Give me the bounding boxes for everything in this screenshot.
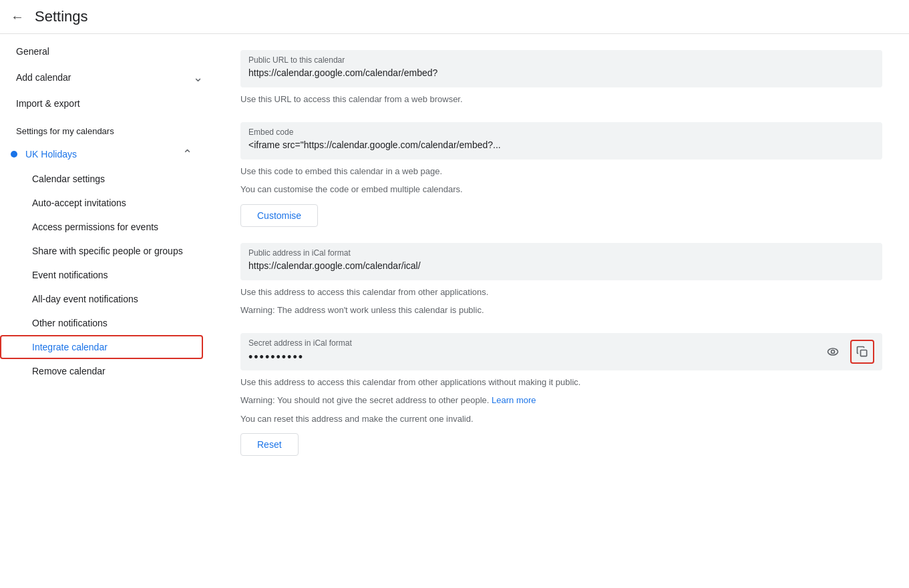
secret-ical-icons (821, 340, 874, 364)
embed-helper2: You can customise the code or embed mult… (240, 183, 882, 196)
ical-warning: Warning: The address won't work unless t… (240, 304, 882, 317)
embed-code-box: Embed code <iframe src="https://calendar… (240, 122, 882, 160)
learn-more-link[interactable]: Learn more (492, 395, 536, 405)
public-url-value: https://calendar.google.com/calendar/emb… (248, 67, 874, 78)
secret-ical-dots: •••••••••• (248, 350, 821, 364)
embed-code-value: <iframe src="https://calendar.google.com… (248, 139, 874, 150)
chevron-up-icon: ⌃ (182, 147, 192, 162)
secret-helper2: You can reset this address and make the … (240, 412, 882, 426)
sidebar-sub-item-event-notifications[interactable]: Event notifications (0, 263, 203, 287)
svg-point-1 (832, 350, 835, 353)
show-secret-button[interactable] (821, 340, 845, 364)
public-url-box: Public URL to this calendar https://cale… (240, 50, 882, 87)
svg-rect-2 (861, 350, 867, 356)
sidebar-item-add-calendar[interactable]: Add calendar ⌄ (0, 63, 214, 91)
sidebar: General Add calendar ⌄ Import & export S… (0, 34, 214, 588)
sidebar-sub-item-integrate-calendar[interactable]: Integrate calendar (0, 335, 203, 359)
sidebar-calendar-uk-holidays[interactable]: UK Holidays ⌃ (0, 141, 203, 167)
reset-button[interactable]: Reset (240, 433, 299, 456)
sidebar-item-import-export[interactable]: Import & export (0, 91, 203, 115)
secret-warning: Warning: You should not give the secret … (240, 394, 882, 407)
content-area: General Add calendar ⌄ Import & export S… (0, 34, 909, 588)
sidebar-sub-item-calendar-settings[interactable]: Calendar settings (0, 167, 203, 191)
page-title: Settings (35, 8, 88, 25)
public-url-helper: Use this URL to access this calendar fro… (240, 93, 882, 106)
settings-for-my-calendars-label: Settings for my calendars (0, 115, 214, 141)
secret-helper1: Use this address to access this calendar… (240, 376, 882, 389)
sidebar-sub-item-other-notifications[interactable]: Other notifications (0, 311, 203, 335)
public-url-label: Public URL to this calendar (248, 55, 874, 65)
secret-ical-box: Secret address in iCal format •••••••••• (240, 333, 882, 370)
add-calendar-label: Add calendar (16, 72, 193, 83)
ical-address-group: Public address in iCal format https://ca… (240, 243, 882, 317)
public-url-group: Public URL to this calendar https://cale… (240, 50, 882, 106)
calendar-dot-icon (11, 151, 17, 158)
sidebar-sub-item-access-permissions[interactable]: Access permissions for events (0, 215, 203, 239)
secret-ical-group: Secret address in iCal format •••••••••• (240, 333, 882, 457)
sidebar-sub-item-remove-calendar[interactable]: Remove calendar (0, 359, 203, 383)
eye-icon (826, 345, 840, 358)
chevron-down-icon: ⌄ (193, 70, 203, 85)
app-container: ← Settings General Add calendar ⌄ Import… (0, 0, 909, 588)
sidebar-item-general[interactable]: General (0, 39, 203, 63)
ical-address-value: https://calendar.google.com/calendar/ica… (248, 260, 874, 271)
svg-point-0 (828, 348, 838, 355)
ical-helper1: Use this address to access this calendar… (240, 286, 882, 299)
customise-button[interactable]: Customise (240, 204, 318, 227)
top-bar: ← Settings (0, 0, 909, 34)
secret-ical-content: Secret address in iCal format •••••••••• (248, 338, 821, 364)
ical-address-box: Public address in iCal format https://ca… (240, 243, 882, 280)
copy-icon (856, 345, 869, 358)
calendar-name-label: UK Holidays (25, 149, 182, 160)
embed-code-label: Embed code (248, 127, 874, 137)
back-button[interactable]: ← (11, 9, 24, 25)
sidebar-sub-item-allday-notifications[interactable]: All-day event notifications (0, 287, 203, 311)
ical-address-label: Public address in iCal format (248, 248, 874, 258)
copy-secret-button[interactable] (850, 340, 874, 364)
main-content: Public URL to this calendar https://cale… (214, 34, 909, 588)
embed-helper1: Use this code to embed this calendar in … (240, 165, 882, 178)
sidebar-sub-item-share[interactable]: Share with specific people or groups (0, 239, 203, 263)
secret-ical-label: Secret address in iCal format (248, 338, 821, 348)
sidebar-sub-item-auto-accept[interactable]: Auto-accept invitations (0, 191, 203, 215)
embed-code-group: Embed code <iframe src="https://calendar… (240, 122, 882, 227)
